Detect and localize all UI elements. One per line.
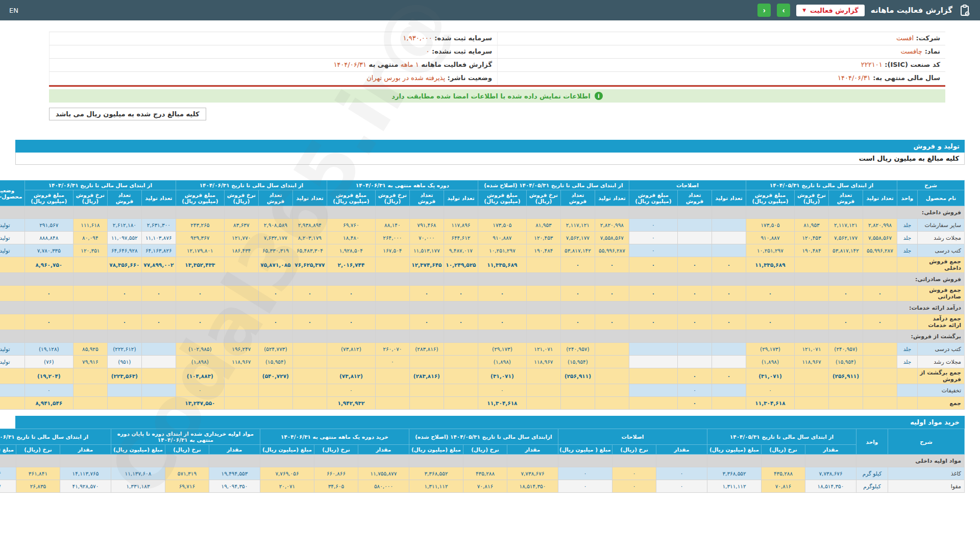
previous-report-button[interactable]: ‹ — [757, 4, 771, 17]
column-header: تعداد تولید — [292, 190, 327, 206]
value-cell — [863, 343, 897, 356]
value-cell: ۷,۵۵۸,۵۶۷ — [595, 232, 629, 244]
value-cell — [829, 384, 863, 397]
production-sales-title-bar: تولید و فروش — [15, 140, 965, 153]
value-cell: ۹۲۹,۳۶۷ — [176, 232, 224, 244]
value-cell: ۶۹,۷۱۶ — [165, 480, 209, 493]
value-cell — [409, 356, 444, 368]
column-header: از ابتدای سال مالی تا تاریخ ۱۴۰۴/۰۵/۳۱ — [746, 181, 897, 190]
value-cell — [677, 244, 712, 257]
value-cell: (۱,۸۹۸) — [176, 356, 224, 368]
value-cell: ۲,۸۲۰,۹۹۸ — [863, 219, 897, 232]
value-cell: ۱۱,۵۱۳,۱۷۷ — [409, 244, 444, 257]
language-toggle[interactable]: EN — [9, 7, 18, 14]
value-cell: ۱۱,۱۳۷,۶۰۸ — [111, 467, 165, 480]
value-cell: ۰ — [712, 368, 746, 384]
value-cell — [629, 302, 677, 314]
value-cell: ۲۶۰,۰۷۰ — [375, 343, 409, 356]
value-cell — [795, 302, 829, 314]
info-label: گزارش فعالیت ماهانه — [419, 61, 492, 68]
value-cell — [560, 384, 595, 397]
value-cell — [73, 206, 107, 219]
value-cell — [24, 302, 73, 314]
value-cell — [805, 455, 856, 467]
value-cell — [24, 273, 73, 286]
value-cell — [762, 455, 805, 467]
value-cell: ۰ — [612, 467, 656, 480]
value-cell — [224, 257, 258, 273]
value-cell: ۱,۹۴۲,۹۳۲ — [327, 397, 375, 410]
value-cell: (۷۶) — [24, 356, 73, 368]
value-cell — [478, 273, 526, 286]
value-cell: ۰ — [746, 314, 794, 330]
value-cell: تولید — [0, 244, 24, 257]
value-cell — [0, 384, 24, 397]
value-cell: ۰ — [375, 356, 409, 368]
info-value: پذیرفته شده در بورس تهران — [366, 74, 445, 82]
value-cell: ۰ — [863, 286, 897, 302]
value-cell — [526, 273, 560, 286]
value-cell — [746, 302, 794, 314]
row-label-cell: درآمد ارائه خدمات: — [897, 302, 965, 314]
row-label-cell: کاغذ — [888, 467, 965, 480]
value-cell: ۹۱۰,۸۸۷ — [746, 232, 794, 244]
value-cell: ۱۰,۲۵۱,۲۹۷ — [478, 244, 526, 257]
value-cell — [829, 273, 863, 286]
value-cell — [478, 302, 526, 314]
row-label-cell: جمع فروش صادراتی — [918, 286, 965, 302]
column-header: نرخ فروش (ریال) — [375, 190, 409, 206]
row-label-cell: فروش صادراتی: — [897, 273, 965, 286]
value-cell: (۲۹,۱۷۳) — [478, 343, 526, 356]
value-cell — [712, 206, 746, 219]
value-cell: ۱۱۸,۹۶۷ — [795, 356, 829, 368]
report-body: @Codal365.ir تولید و فروش کلیه مبالغ به … — [15, 140, 965, 493]
row-label-cell: مجلات رشد — [918, 356, 965, 368]
value-cell — [73, 397, 107, 410]
value-cell — [73, 273, 107, 286]
value-cell — [560, 273, 595, 286]
info-label: سال مالی منتهی به: — [871, 74, 940, 82]
value-cell: جلد — [897, 356, 918, 368]
value-cell: ۱۸,۵۱۴,۳۵۰ — [507, 480, 558, 493]
value-cell — [224, 206, 258, 219]
value-cell — [712, 232, 746, 244]
value-cell — [795, 257, 829, 273]
column-header: مواد اولیه خریداری شده از ابتدای دوره تا… — [111, 429, 260, 445]
value-cell — [141, 356, 176, 368]
value-cell — [141, 273, 176, 286]
value-cell — [176, 330, 224, 343]
value-cell: ۱۱۷,۸۹۶ — [444, 219, 478, 232]
value-cell: ۲۴۳,۲۶۵ — [176, 219, 224, 232]
value-cell — [526, 286, 560, 302]
value-cell — [629, 356, 677, 368]
value-cell — [327, 356, 375, 368]
next-report-button[interactable]: › — [777, 4, 790, 17]
value-cell: ۲۹۱,۵۶۷ — [24, 219, 73, 232]
value-cell — [629, 384, 677, 397]
value-cell: ۶۶۰,۸۶۶ — [314, 467, 358, 480]
column-header: ازابتدای سال مالی تا تاریخ ۱۴۰۴/۰۵/۳۱ (ا… — [409, 429, 558, 445]
value-cell: ۰ — [746, 286, 794, 302]
value-cell — [478, 330, 526, 343]
value-cell: ۰ — [478, 384, 526, 397]
value-cell: ۸۳,۶۳۷ — [224, 219, 258, 232]
value-cell — [863, 356, 897, 368]
value-cell — [0, 302, 24, 314]
table-row-کتب درسی: کتب درسیجلد۵۵,۹۹۶,۲۸۷۵۳,۸۱۷,۱۴۲۱۹۰,۴۸۴۱۰… — [0, 244, 965, 257]
value-cell — [629, 273, 677, 286]
raw-materials-table-container: شرحواحداز ابتدای سال مالی تا تاریخ ۱۴۰۴/… — [15, 429, 965, 493]
report-type-dropdown[interactable]: گزارش فعالیت ▼ — [796, 5, 865, 16]
value-cell — [677, 330, 712, 343]
value-cell — [224, 314, 258, 330]
info-value: ۱,۹۳۰,۰۰۰ — [403, 34, 432, 42]
value-cell — [629, 397, 677, 410]
value-cell — [107, 397, 141, 410]
value-cell — [712, 397, 746, 410]
info-row: وضعیت ناشر: پذیرفته شده در بورس تهران — [49, 72, 497, 85]
column-header: از ابتدای سال مالی تا تاریخ ۱۴۰۴/۰۵/۳۱ — [707, 429, 856, 445]
value-cell — [444, 356, 478, 368]
value-cell — [0, 273, 24, 286]
value-cell: ۰ — [712, 314, 746, 330]
value-cell — [258, 330, 292, 343]
value-cell — [444, 384, 478, 397]
